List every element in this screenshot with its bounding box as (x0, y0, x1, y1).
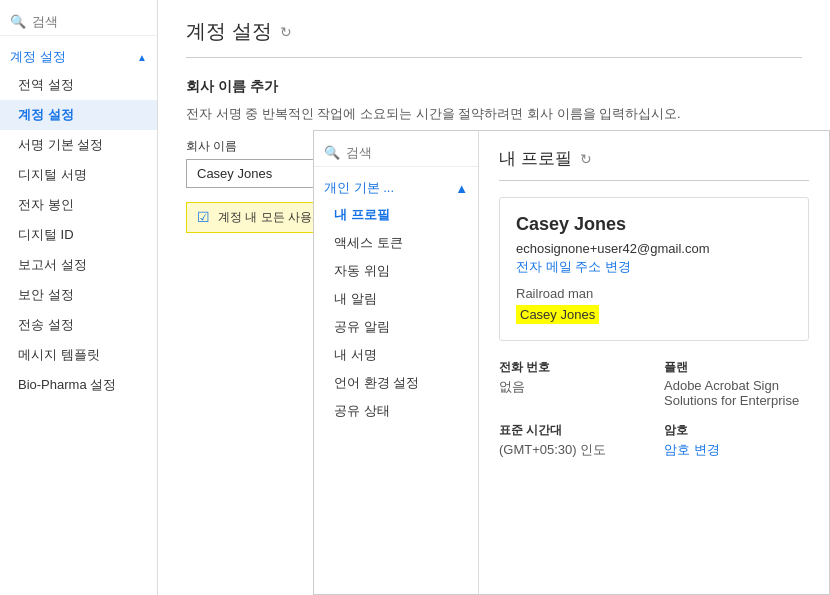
profile-company-highlight: Casey Jones (516, 305, 599, 324)
main-content: 계정 설정 ↻ 회사 이름 추가 전자 서명 중 반복적인 작업에 소요되는 시… (158, 0, 830, 595)
inner-item-shared-notifications[interactable]: 공유 알림 (314, 313, 478, 341)
checkbox-icon[interactable]: ☑ (197, 209, 210, 225)
inner-group-header[interactable]: 개인 기본 ... ▲ (314, 173, 478, 201)
inner-group-label: 개인 기본 ... (324, 179, 394, 197)
sidebar-item-digital-signature[interactable]: 디지털 서명 (0, 160, 157, 190)
profile-name: Casey Jones (516, 214, 792, 235)
inner-chevron-up-icon: ▲ (455, 181, 468, 196)
profile-title: 내 프로필 (499, 147, 572, 170)
profile-title-row: 내 프로필 ↻ (499, 147, 809, 181)
inner-item-profile[interactable]: 내 프로필 (314, 201, 478, 229)
plan-value: Adobe Acrobat Sign Solutions for Enterpr… (664, 378, 809, 408)
inner-item-auto-delegate[interactable]: 자동 위임 (314, 257, 478, 285)
password-label: 암호 (664, 422, 809, 439)
section-desc: 전자 서명 중 반복적인 작업에 소요되는 시간을 절약하려면 회사 이름을 입… (186, 104, 802, 124)
password-group: 암호 암호 변경 (664, 422, 809, 459)
profile-role: Railroad man (516, 286, 792, 301)
sidebar-item-biopharma[interactable]: Bio-Pharma 설정 (0, 370, 157, 400)
sidebar-item-security[interactable]: 보안 설정 (0, 280, 157, 310)
sidebar-group-header-account[interactable]: 계정 설정 ▲ (0, 42, 157, 70)
sidebar-item-reports[interactable]: 보고서 설정 (0, 250, 157, 280)
sidebar: 🔍 계정 설정 ▲ 전역 설정 계정 설정 서명 기본 설정 디지털 서명 전자… (0, 0, 158, 595)
change-password-link[interactable]: 암호 변경 (664, 442, 720, 457)
inner-item-access-tokens[interactable]: 액세스 토큰 (314, 229, 478, 257)
plan-label: 플랜 (664, 359, 809, 376)
refresh-icon[interactable]: ↻ (280, 24, 292, 40)
search-icon: 🔍 (10, 14, 26, 29)
phone-value: 없음 (499, 378, 644, 396)
sidebar-item-global[interactable]: 전역 설정 (0, 70, 157, 100)
timezone-label: 표준 시간대 (499, 422, 644, 439)
section-label: 회사 이름 추가 (186, 78, 802, 96)
profile-content: 내 프로필 ↻ Casey Jones echosignone+user42@g… (479, 131, 829, 594)
profile-details-grid: 전화 번호 없음 플랜 Adobe Acrobat Sign Solutions… (499, 359, 809, 459)
sidebar-item-signature-defaults[interactable]: 서명 기본 설정 (0, 130, 157, 160)
page-title-row: 계정 설정 ↻ (186, 18, 802, 58)
phone-group: 전화 번호 없음 (499, 359, 644, 408)
inner-search-container: 🔍 (314, 139, 478, 167)
sidebar-item-send[interactable]: 전송 설정 (0, 310, 157, 340)
inner-search-input[interactable] (346, 145, 468, 160)
sidebar-search-input[interactable] (32, 14, 147, 29)
profile-refresh-icon[interactable]: ↻ (580, 151, 592, 167)
inner-item-my-notifications[interactable]: 내 알림 (314, 285, 478, 313)
inner-item-my-signature[interactable]: 내 서명 (314, 341, 478, 369)
sidebar-item-electronic-seal[interactable]: 전자 봉인 (0, 190, 157, 220)
plan-group: 플랜 Adobe Acrobat Sign Solutions for Ente… (664, 359, 809, 408)
inner-panel: 🔍 개인 기본 ... ▲ 내 프로필 액세스 토큰 자동 위임 내 알림 공유… (313, 130, 830, 595)
sidebar-item-message-templates[interactable]: 메시지 템플릿 (0, 340, 157, 370)
sidebar-search-container: 🔍 (0, 8, 157, 36)
timezone-value: (GMT+05:30) 인도 (499, 441, 644, 459)
sidebar-item-digital-id[interactable]: 디지털 ID (0, 220, 157, 250)
inner-item-language[interactable]: 언어 환경 설정 (314, 369, 478, 397)
sidebar-item-account[interactable]: 계정 설정 (0, 100, 157, 130)
profile-email: echosignone+user42@gmail.com (516, 241, 792, 256)
phone-label: 전화 번호 (499, 359, 644, 376)
inner-search-icon: 🔍 (324, 145, 340, 160)
page-title: 계정 설정 (186, 18, 272, 45)
inner-item-share-status[interactable]: 공유 상태 (314, 397, 478, 425)
chevron-up-icon: ▲ (137, 52, 147, 63)
sidebar-section: 계정 설정 ▲ 전역 설정 계정 설정 서명 기본 설정 디지털 서명 전자 봉… (0, 42, 157, 400)
sidebar-group-label: 계정 설정 (10, 48, 66, 66)
inner-sidebar: 🔍 개인 기본 ... ▲ 내 프로필 액세스 토큰 자동 위임 내 알림 공유… (314, 131, 479, 594)
change-email-link[interactable]: 전자 메일 주소 변경 (516, 259, 631, 274)
timezone-group: 표준 시간대 (GMT+05:30) 인도 (499, 422, 644, 459)
profile-card: Casey Jones echosignone+user42@gmail.com… (499, 197, 809, 341)
